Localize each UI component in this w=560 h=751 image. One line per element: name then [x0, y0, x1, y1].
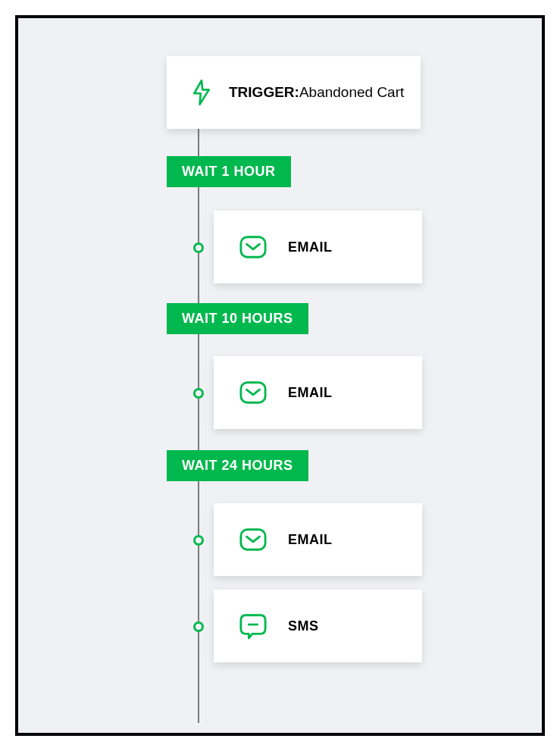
timeline-marker: [193, 621, 204, 632]
timeline-marker: [193, 535, 204, 546]
action-label: EMAIL: [288, 385, 333, 401]
email-icon: [239, 233, 267, 261]
svg-rect-2: [241, 530, 265, 550]
trigger-text: TRIGGER:Abandoned Cart: [229, 84, 404, 101]
action-label: SMS: [288, 618, 319, 634]
action-card-email[interactable]: EMAIL: [214, 356, 422, 429]
action-card-sms[interactable]: SMS: [214, 590, 422, 662]
wait-badge[interactable]: WAIT 1 HOUR: [167, 156, 291, 187]
action-label: EMAIL: [288, 239, 333, 255]
sms-icon: [239, 612, 267, 640]
wait-badge[interactable]: WAIT 24 HOURS: [167, 450, 308, 481]
timeline-line: [198, 124, 199, 723]
svg-rect-1: [241, 383, 265, 403]
wait-badge[interactable]: WAIT 10 HOURS: [167, 303, 308, 334]
action-label: EMAIL: [288, 532, 333, 548]
email-icon: [239, 526, 267, 553]
action-card-email[interactable]: EMAIL: [214, 211, 422, 283]
bolt-icon: [188, 79, 215, 106]
timeline-marker: [193, 243, 204, 253]
email-icon: [239, 379, 267, 406]
timeline-marker: [193, 388, 204, 399]
svg-rect-0: [241, 237, 265, 258]
action-card-email[interactable]: EMAIL: [214, 503, 422, 576]
trigger-card[interactable]: TRIGGER:Abandoned Cart: [167, 56, 421, 129]
trigger-label: TRIGGER:: [229, 84, 299, 100]
trigger-value: Abandoned Cart: [299, 84, 404, 100]
workflow-frame: TRIGGER:Abandoned Cart WAIT 1 HOUR EMAIL…: [15, 15, 545, 736]
